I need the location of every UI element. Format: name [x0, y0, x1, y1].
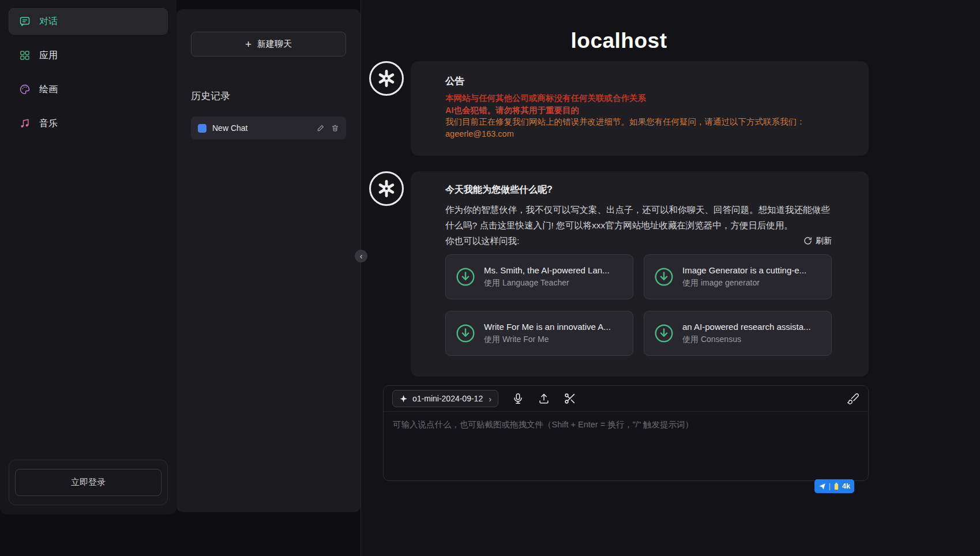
model-selector[interactable]: o1-mini-2024-09-12 › [392, 390, 498, 407]
sidebar-item-paint[interactable]: 绘画 [9, 76, 168, 103]
chevron-right-icon: › [489, 394, 491, 404]
suggestion-title: Ms. Smith, the AI-powered Lan... [484, 265, 610, 275]
page-title: localhost [369, 29, 869, 53]
chat-history-item[interactable]: New Chat [191, 117, 346, 140]
refresh-label: 刷新 [816, 233, 832, 249]
suggestion-subtitle: 使用 Language Teacher [484, 278, 610, 288]
upload-button[interactable] [538, 392, 550, 405]
suggestion-card[interactable]: Write For Me is an innovative A... 使用 Wr… [445, 311, 633, 356]
welcome-bubble: 今天我能为您做些什么呢? 作为你的智慧伙伴，我不仅可以写文案、出点子，还可以和你… [411, 171, 869, 377]
message-announcement: 公告 本网站与任何其他公司或商标没有任何关联或合作关系 AI也会犯错。请勿将其用… [369, 61, 869, 156]
chat-item-actions [317, 124, 339, 132]
refresh-button[interactable]: 刷新 [803, 233, 832, 249]
chat-list-panel: + 新建聊天 历史记录 New Chat [177, 9, 361, 512]
sidebar-item-label: 绘画 [39, 84, 58, 96]
suggestion-title: Write For Me is an innovative A... [484, 322, 611, 332]
suggestion-card[interactable]: Ms. Smith, the AI-powered Lan... 使用 Lang… [445, 254, 633, 299]
suggestion-subtitle: 使用 image generator [682, 278, 806, 288]
composer-toolbar: o1-mini-2024-09-12 › [384, 386, 868, 412]
download-circle-icon [455, 323, 476, 344]
sidebar-item-music[interactable]: 音乐 [9, 110, 168, 137]
download-circle-icon [654, 266, 674, 287]
token-count: 4k [842, 482, 850, 490]
composer: o1-mini-2024-09-12 › [383, 385, 869, 481]
new-chat-button[interactable]: + 新建聊天 [191, 32, 346, 57]
announcement-line-1: 本网站与任何其他公司或商标没有任何关联或合作关系 [445, 92, 832, 104]
sparkle-icon [399, 395, 408, 403]
app-root: 对话 应用 绘画 音乐 立即登录 + 新建聊天 [0, 0, 980, 556]
login-card: 立即登录 [9, 460, 168, 505]
chat-bubble-icon [19, 16, 31, 27]
token-battery-icon [833, 482, 839, 490]
message-input[interactable] [384, 412, 868, 480]
send-button[interactable]: | 4k [814, 479, 854, 493]
assistant-avatar [369, 61, 404, 96]
suggestion-card[interactable]: Image Generator is a cutting-e... 使用 ima… [644, 254, 832, 299]
download-circle-icon [654, 323, 674, 344]
announcement-title: 公告 [445, 75, 832, 88]
login-button[interactable]: 立即登录 [15, 469, 162, 496]
delete-icon[interactable] [331, 124, 339, 132]
composer-body: | 4k [384, 412, 868, 480]
suggestion-title: Image Generator is a cutting-e... [682, 265, 806, 275]
contact-email-link[interactable]: ageerle@163.com [445, 128, 514, 140]
suggestion-cards: Ms. Smith, the AI-powered Lan... 使用 Lang… [445, 254, 832, 356]
chat-item-title: New Chat [212, 123, 311, 133]
plus-icon: + [245, 39, 251, 50]
openai-logo-icon [377, 179, 396, 198]
sidebar-item-label: 应用 [39, 50, 58, 62]
collapse-panel-handle[interactable]: ‹ [355, 250, 367, 262]
sidebar-item-label: 音乐 [39, 118, 58, 130]
sidebar: 对话 应用 绘画 音乐 立即登录 [0, 0, 177, 514]
chat-main: ‹ localhost [361, 0, 980, 556]
announcement-line-3: 我们目前正在修复我们网站上的错误并改进细节。如果您有任何疑问，请通过以下方式联系… [445, 116, 832, 128]
welcome-body: 作为你的智慧伙伴，我不仅可以写文案、出点子，还可以和你聊天、回答问题。想知道我还… [445, 202, 832, 233]
welcome-title: 今天我能为您做些什么呢? [445, 184, 832, 196]
suggestion-subtitle: 使用 Consensus [682, 335, 811, 345]
microphone-button[interactable] [512, 392, 524, 405]
sidebar-item-apps[interactable]: 应用 [9, 42, 168, 69]
ask-hint: 你也可以这样问我: [445, 233, 519, 249]
chat-color-chip [198, 124, 206, 133]
history-heading: 历史记录 [191, 89, 346, 103]
paper-plane-icon [818, 483, 826, 490]
sidebar-item-chat[interactable]: 对话 [9, 8, 168, 35]
suggestion-subtitle: 使用 Write For Me [484, 335, 611, 345]
assistant-avatar [369, 171, 404, 206]
scissors-button[interactable] [564, 392, 576, 405]
message-welcome: 今天我能为您做些什么呢? 作为你的智慧伙伴，我不仅可以写文案、出点子，还可以和你… [369, 171, 869, 377]
palette-icon [19, 84, 31, 95]
music-note-icon [19, 118, 31, 129]
announcement-bubble: 公告 本网站与任何其他公司或商标没有任何关联或合作关系 AI也会犯错。请勿将其用… [411, 61, 869, 156]
grid-icon [19, 50, 31, 61]
edit-icon[interactable] [317, 124, 325, 132]
announcement-line-2: AI也会犯错。请勿将其用于重要目的 [445, 104, 832, 117]
clear-context-brush-button[interactable] [847, 392, 859, 405]
download-circle-icon [455, 266, 476, 287]
refresh-icon [803, 236, 812, 245]
suggestion-title: an AI-powered research assista... [682, 322, 811, 332]
welcome-hint-row: 你也可以这样问我: 刷新 [445, 233, 832, 249]
chat-content: localhost [369, 0, 869, 481]
suggestion-card[interactable]: an AI-powered research assista... 使用 Con… [644, 311, 832, 356]
separator: | [829, 482, 831, 490]
new-chat-label: 新建聊天 [257, 39, 292, 50]
model-label: o1-mini-2024-09-12 [412, 394, 483, 403]
sidebar-item-label: 对话 [39, 16, 58, 28]
openai-logo-icon [377, 69, 396, 88]
